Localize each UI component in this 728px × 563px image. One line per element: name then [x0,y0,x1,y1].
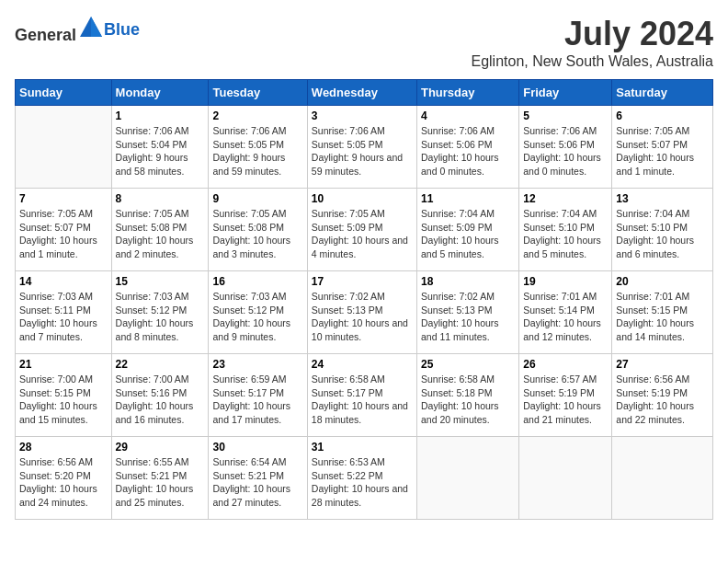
header-day-friday: Friday [519,80,612,106]
day-number: 2 [212,109,302,122]
day-number: 9 [212,192,302,205]
day-number: 21 [19,358,108,371]
day-number: 18 [421,275,515,288]
header-day-sunday: Sunday [16,80,112,106]
day-info: Sunrise: 7:00 AMSunset: 5:15 PMDaylight:… [19,373,108,427]
calendar-cell [519,437,612,520]
header-day-tuesday: Tuesday [209,80,307,106]
month-title: July 2024 [471,15,713,53]
day-number: 10 [312,192,413,205]
calendar-cell [612,437,713,520]
day-number: 23 [212,358,302,371]
calendar-cell: 10Sunrise: 7:05 AMSunset: 5:09 PMDayligh… [307,189,416,271]
calendar-cell: 31Sunrise: 6:53 AMSunset: 5:22 PMDayligh… [307,437,416,520]
day-info: Sunrise: 6:59 AMSunset: 5:17 PMDaylight:… [212,373,302,427]
calendar-cell [16,106,112,189]
day-number: 27 [616,358,709,371]
calendar-cell: 17Sunrise: 7:02 AMSunset: 5:13 PMDayligh… [307,271,416,354]
week-row-2: 14Sunrise: 7:03 AMSunset: 5:11 PMDayligh… [16,271,713,354]
calendar-cell: 8Sunrise: 7:05 AMSunset: 5:08 PMDaylight… [111,189,209,271]
day-info: Sunrise: 6:53 AMSunset: 5:22 PMDaylight:… [312,455,413,510]
day-number: 4 [421,109,515,122]
day-info: Sunrise: 7:06 AMSunset: 5:06 PMDaylight:… [421,124,515,178]
calendar-cell: 27Sunrise: 6:56 AMSunset: 5:19 PMDayligh… [612,354,713,437]
svg-marker-1 [91,17,102,37]
calendar-cell: 19Sunrise: 7:01 AMSunset: 5:14 PMDayligh… [519,271,612,354]
header: General Blue July 2024 Eglinton, New Sou… [15,15,713,70]
week-row-3: 21Sunrise: 7:00 AMSunset: 5:15 PMDayligh… [16,354,713,437]
header-day-thursday: Thursday [416,80,518,106]
day-info: Sunrise: 6:57 AMSunset: 5:19 PMDaylight:… [523,373,608,427]
header-day-monday: Monday [111,80,209,106]
calendar-cell: 11Sunrise: 7:04 AMSunset: 5:09 PMDayligh… [416,189,518,271]
calendar-cell: 4Sunrise: 7:06 AMSunset: 5:06 PMDaylight… [416,106,518,189]
day-number: 3 [312,109,413,122]
day-number: 31 [312,441,413,454]
day-number: 11 [421,192,515,205]
header-row: SundayMondayTuesdayWednesdayThursdayFrid… [16,80,713,106]
calendar-cell: 9Sunrise: 7:05 AMSunset: 5:08 PMDaylight… [209,189,307,271]
header-day-saturday: Saturday [612,80,713,106]
day-info: Sunrise: 7:03 AMSunset: 5:11 PMDaylight:… [19,290,108,344]
day-number: 7 [19,192,108,205]
day-info: Sunrise: 7:03 AMSunset: 5:12 PMDaylight:… [212,290,302,344]
logo-blue: Blue [104,20,140,39]
calendar-cell: 12Sunrise: 7:04 AMSunset: 5:10 PMDayligh… [519,189,612,271]
day-number: 30 [212,441,302,454]
day-info: Sunrise: 7:04 AMSunset: 5:09 PMDaylight:… [421,207,515,261]
day-info: Sunrise: 6:55 AMSunset: 5:21 PMDaylight:… [116,455,205,510]
day-info: Sunrise: 7:05 AMSunset: 5:07 PMDaylight:… [616,124,709,178]
day-info: Sunrise: 7:06 AMSunset: 5:05 PMDaylight:… [312,124,413,178]
day-info: Sunrise: 7:04 AMSunset: 5:10 PMDaylight:… [616,207,709,261]
day-info: Sunrise: 7:06 AMSunset: 5:05 PMDaylight:… [212,124,302,178]
day-number: 24 [312,358,413,371]
day-info: Sunrise: 7:04 AMSunset: 5:10 PMDaylight:… [523,207,608,261]
calendar-cell: 18Sunrise: 7:02 AMSunset: 5:13 PMDayligh… [416,271,518,354]
calendar-cell: 25Sunrise: 6:58 AMSunset: 5:18 PMDayligh… [416,354,518,437]
calendar-cell: 14Sunrise: 7:03 AMSunset: 5:11 PMDayligh… [16,271,112,354]
day-info: Sunrise: 7:00 AMSunset: 5:16 PMDaylight:… [116,373,205,427]
day-number: 20 [616,275,709,288]
day-info: Sunrise: 7:05 AMSunset: 5:08 PMDaylight:… [116,207,205,261]
day-number: 5 [523,109,608,122]
calendar-cell: 26Sunrise: 6:57 AMSunset: 5:19 PMDayligh… [519,354,612,437]
day-number: 6 [616,109,709,122]
calendar-cell: 21Sunrise: 7:00 AMSunset: 5:15 PMDayligh… [16,354,112,437]
day-info: Sunrise: 7:03 AMSunset: 5:12 PMDaylight:… [116,290,205,344]
calendar-cell: 22Sunrise: 7:00 AMSunset: 5:16 PMDayligh… [111,354,209,437]
week-row-0: 1Sunrise: 7:06 AMSunset: 5:04 PMDaylight… [16,106,713,189]
day-info: Sunrise: 7:06 AMSunset: 5:06 PMDaylight:… [523,124,608,178]
logo-icon [78,15,104,40]
title-area: July 2024 Eglinton, New South Wales, Aus… [471,15,713,70]
day-number: 1 [116,109,205,122]
day-number: 25 [421,358,515,371]
day-number: 28 [19,441,108,454]
week-row-4: 28Sunrise: 6:56 AMSunset: 5:20 PMDayligh… [16,437,713,520]
day-info: Sunrise: 7:01 AMSunset: 5:15 PMDaylight:… [616,290,709,344]
calendar-cell: 5Sunrise: 7:06 AMSunset: 5:06 PMDaylight… [519,106,612,189]
day-number: 12 [523,192,608,205]
day-info: Sunrise: 6:54 AMSunset: 5:21 PMDaylight:… [212,455,302,510]
location-title: Eglinton, New South Wales, Australia [471,53,713,70]
day-number: 29 [116,441,205,454]
logo-general: General [15,26,76,44]
day-info: Sunrise: 7:06 AMSunset: 5:04 PMDaylight:… [116,124,205,178]
calendar-cell: 16Sunrise: 7:03 AMSunset: 5:12 PMDayligh… [209,271,307,354]
day-number: 13 [616,192,709,205]
calendar-cell: 2Sunrise: 7:06 AMSunset: 5:05 PMDaylight… [209,106,307,189]
day-info: Sunrise: 7:01 AMSunset: 5:14 PMDaylight:… [523,290,608,344]
week-row-1: 7Sunrise: 7:05 AMSunset: 5:07 PMDaylight… [16,189,713,271]
calendar-cell: 1Sunrise: 7:06 AMSunset: 5:04 PMDaylight… [111,106,209,189]
day-number: 17 [312,275,413,288]
calendar-cell: 7Sunrise: 7:05 AMSunset: 5:07 PMDaylight… [16,189,112,271]
calendar-cell: 15Sunrise: 7:03 AMSunset: 5:12 PMDayligh… [111,271,209,354]
day-number: 14 [19,275,108,288]
calendar-cell: 13Sunrise: 7:04 AMSunset: 5:10 PMDayligh… [612,189,713,271]
day-info: Sunrise: 6:58 AMSunset: 5:18 PMDaylight:… [421,373,515,427]
header-day-wednesday: Wednesday [307,80,416,106]
day-number: 26 [523,358,608,371]
logo: General Blue [15,15,140,45]
day-info: Sunrise: 7:05 AMSunset: 5:08 PMDaylight:… [212,207,302,261]
day-number: 22 [116,358,205,371]
day-number: 15 [116,275,205,288]
